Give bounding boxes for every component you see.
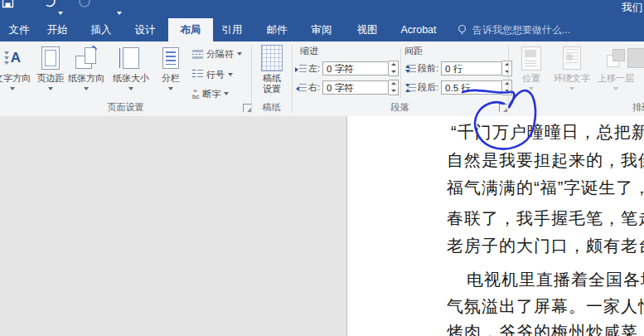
group-label-page-setup: 页面设置 (0, 101, 251, 114)
ribbon-layout: A 文字方向 页边距 纸张方向 纸张大小 分栏 分隔符 行号 a-bc (0, 41, 644, 117)
quick-access-customize-icon[interactable] (117, 3, 122, 18)
breaks-icon (192, 50, 203, 59)
margins-icon (41, 46, 60, 70)
redo-icon (78, 0, 92, 12)
document-line[interactable]: 自然是我要担起来的，我倒上墨汁， (447, 149, 644, 172)
tab-layout[interactable]: 布局 (168, 18, 213, 41)
position-icon (521, 46, 541, 71)
text-direction-button[interactable]: A 文字方向 (0, 44, 31, 109)
spacing-before-input[interactable]: 0 行 (441, 61, 502, 75)
indent-left-input[interactable]: 0 字符 (322, 61, 389, 75)
document-title: 我们 (622, 1, 642, 15)
paper-size-icon (123, 47, 139, 69)
indent-left-icon (295, 63, 307, 73)
group-label-manuscript: 稿纸 (251, 101, 292, 114)
document-page[interactable]: “千门万户曈曈日，总把新桃换 自然是我要担起来的，我倒上墨汁， 福气满满的“福”… (346, 116, 644, 336)
spacing-before-icon (404, 63, 416, 73)
undo-icon[interactable] (43, 0, 57, 12)
document-line[interactable]: 福气满满的“福”字诞生了，真是 (447, 177, 644, 199)
tab-references[interactable]: 引用 (213, 18, 251, 41)
tab-design[interactable]: 设计 (127, 18, 163, 41)
document-area: “千门万户曈曈日，总把新桃换 自然是我要担起来的，我倒上墨汁， 福气满满的“福”… (0, 116, 644, 336)
indent-right-row: 右: 0 字符 (295, 79, 399, 95)
tab-mailings[interactable]: 邮件 (258, 18, 296, 41)
send-backward-icon (627, 48, 644, 68)
paragraph-group: 缩进 间距 左: 0 字符 右: 0 字符 段前: 0 行 (292, 41, 508, 116)
columns-button[interactable]: 分栏 (154, 44, 187, 109)
indent-left-row: 左: 0 字符 (295, 60, 399, 76)
page-setup-dialog-launcher[interactable] (243, 104, 251, 112)
indent-right-spinner[interactable] (389, 80, 399, 95)
orientation-button[interactable]: 纸张方向 (63, 44, 109, 109)
grid-paper-icon (261, 45, 283, 71)
position-button: 位置 (514, 44, 549, 109)
grid-paper-setup-button[interactable]: 稿纸 设置 (254, 44, 290, 109)
spacing-after-input[interactable]: 0.5 行 (441, 80, 502, 95)
tab-acrobat[interactable]: Acrobat (392, 18, 445, 41)
indent-left-spinner[interactable] (389, 61, 399, 76)
ribbon-tab-row: 文件 开始 插入 设计 布局 引用 邮件 审阅 视图 Acrobat 告诉我您想… (0, 18, 644, 41)
tab-insert[interactable]: 插入 (83, 18, 119, 41)
group-label-arrange: 排列 (632, 101, 644, 114)
document-line[interactable]: 春联了，我手握毛笔，笔走龙蛇，挥 (447, 207, 644, 230)
indent-header: 缩进 (300, 45, 318, 57)
group-label-paragraph: 段落 (292, 101, 508, 114)
hyphenation-button[interactable]: a-bc 断字 (192, 85, 229, 102)
document-line[interactable]: 烤肉，爷爷的梅州炒咸菜，爸爸的 (447, 321, 644, 336)
spacing-after-icon (404, 82, 416, 92)
paragraph-dialog-launcher[interactable] (499, 104, 507, 112)
save-icon[interactable] (2, 0, 14, 12)
hyphenation-icon: a-bc (192, 87, 199, 100)
tab-view[interactable]: 视图 (349, 18, 385, 41)
tab-review[interactable]: 审阅 (303, 18, 340, 41)
text-direction-icon: A (4, 51, 21, 66)
document-line[interactable]: 气氛溢出了屏幕。一家人忙得不可开 (447, 295, 644, 318)
document-line[interactable]: 老房子的大门口，颇有老台门的气派 (447, 235, 644, 257)
lightbulb-icon (457, 24, 467, 39)
title-bar: 我们 (0, 0, 644, 18)
line-numbers-icon (192, 70, 203, 80)
paper-size-button[interactable]: 纸张大小 (108, 44, 154, 109)
wrap-text-button: 环绕文字 (549, 44, 595, 109)
breaks-button[interactable]: 分隔符 (192, 46, 242, 62)
document-line[interactable]: “千门万户曈曈日，总把新桃换 (451, 121, 644, 144)
spacing-header: 间距 (404, 45, 423, 57)
wrap-text-icon (563, 46, 581, 70)
undo-dropdown-icon[interactable] (58, 3, 63, 18)
document-line[interactable]: 电视机里直播着全国各地的风俗 (467, 269, 644, 291)
tab-file[interactable]: 文件 (0, 18, 38, 41)
tell-me-box[interactable]: 告诉我您想要做什么... (472, 18, 570, 41)
columns-icon (162, 47, 179, 69)
spacing-after-row: 段后: 0.5 行 (404, 79, 512, 95)
tab-home[interactable]: 开始 (38, 18, 76, 41)
line-numbers-button[interactable]: 行号 (192, 66, 233, 83)
word-window: 我们 文件 开始 插入 设计 布局 引用 邮件 审阅 视图 Acrobat 告诉… (0, 0, 644, 336)
indent-right-icon (295, 82, 307, 92)
orientation-icon (75, 47, 97, 69)
spacing-before-row: 段前: 0 行 (404, 60, 512, 76)
bring-forward-icon (607, 49, 625, 67)
indent-right-input[interactable]: 0 字符 (322, 80, 389, 95)
